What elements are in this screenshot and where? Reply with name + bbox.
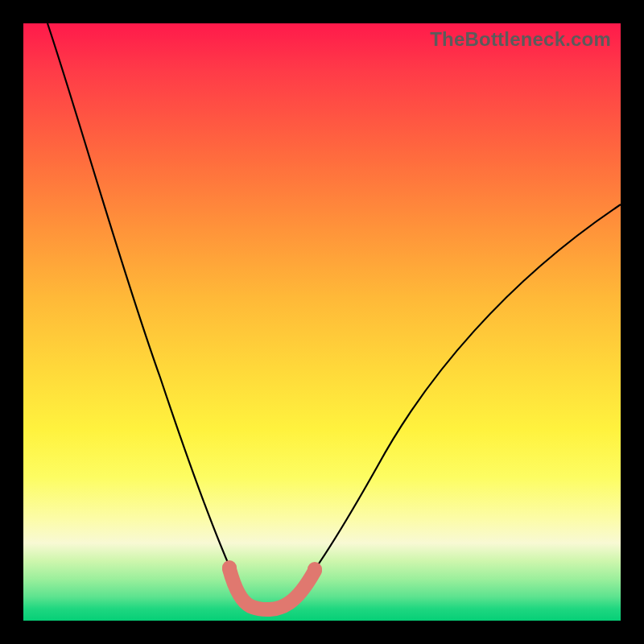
plot-area: TheBottleneck.com xyxy=(23,23,621,621)
highlight-dot-left xyxy=(222,560,237,575)
highlight-band xyxy=(229,569,315,609)
curve-line xyxy=(47,23,621,608)
bottleneck-curve xyxy=(23,23,621,621)
highlight-dot-right xyxy=(308,562,322,576)
chart-frame: TheBottleneck.com xyxy=(0,0,644,644)
